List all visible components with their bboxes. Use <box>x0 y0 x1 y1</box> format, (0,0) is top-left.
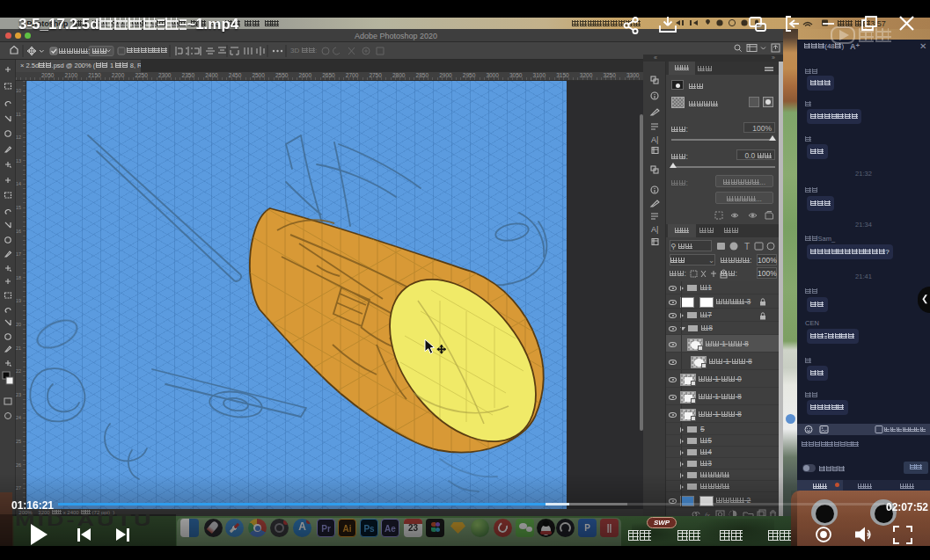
svg-text:A|: A| <box>651 135 658 144</box>
svg-text:T: T <box>744 242 750 251</box>
svg-text:A|: A| <box>651 225 658 234</box>
